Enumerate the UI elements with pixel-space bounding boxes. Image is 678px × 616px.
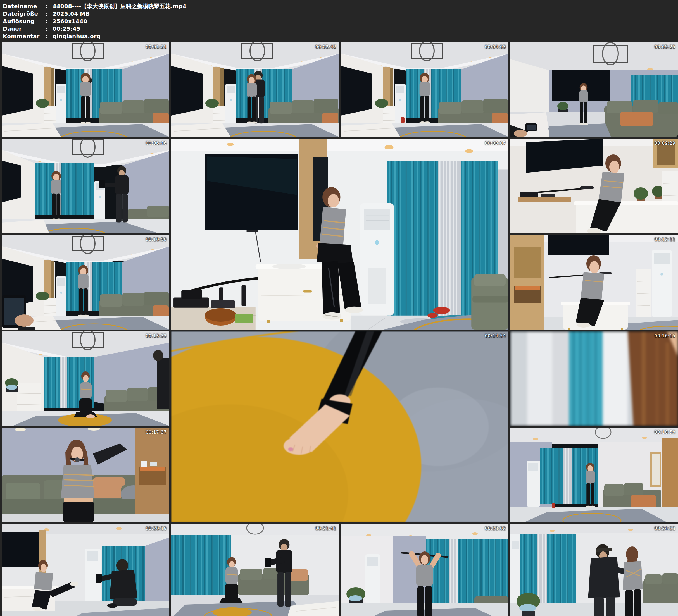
video-frame: 00:23:02	[341, 524, 509, 616]
video-frame: 00:05:25	[511, 42, 678, 137]
frame-image	[171, 524, 339, 616]
frame-image	[511, 332, 678, 426]
frame-timestamp: 00:18:58	[654, 430, 676, 435]
frame-image	[511, 139, 678, 233]
metadata-header: Dateiname : 44008----【李大侠原创】应聘之新模晓琴五花.mp…	[0, 0, 678, 40]
metadata-label: Auflösung	[3, 17, 45, 25]
video-frame: 00:10:50	[2, 235, 169, 330]
video-frame: 00:04:03	[341, 42, 509, 137]
frame-timestamp: 00:08:07	[485, 141, 506, 146]
frame-timestamp: 00:10:50	[146, 237, 167, 242]
frame-timestamp: 00:12:11	[654, 237, 676, 242]
video-frame: 00:20:19	[2, 524, 169, 616]
frame-image	[171, 139, 509, 330]
frame-timestamp: 00:20:19	[146, 526, 167, 531]
metadata-row: Dateigröße : 2025.04 MB	[3, 10, 678, 17]
video-frame: 00:24:23	[511, 524, 678, 616]
frame-image	[2, 524, 169, 616]
video-frame: 00:16:15	[511, 332, 678, 426]
metadata-value: qinglanhua.org	[52, 33, 101, 40]
frame-timestamp: 00:17:37	[146, 430, 167, 435]
metadata-separator: :	[45, 33, 52, 40]
metadata-row: Dauer : 00:25:45	[3, 25, 678, 33]
video-frame: 00:18:58	[511, 428, 678, 522]
frame-image	[2, 139, 169, 233]
frame-timestamp: 00:01:21	[146, 44, 167, 49]
frame-image	[171, 332, 509, 522]
frame-image	[171, 42, 339, 137]
thumbnail-grid: 00:01:21 00:02:42 00:04:03 00:05:25 00:0…	[0, 42, 678, 616]
metadata-row: Kommentar : qinglanhua.org	[3, 33, 678, 40]
metadata-separator: :	[45, 17, 52, 25]
video-frame: 00:14:54	[171, 332, 509, 522]
metadata-value: 2560x1440	[52, 17, 87, 25]
frame-timestamp: 00:21:41	[315, 526, 336, 531]
frame-timestamp: 00:02:42	[315, 44, 336, 49]
metadata-label: Dauer	[3, 25, 45, 33]
frame-timestamp: 00:04:03	[485, 44, 506, 49]
metadata-label: Dateiname	[3, 2, 45, 10]
video-frame: 00:17:37	[2, 428, 169, 522]
frame-image	[341, 524, 509, 616]
frame-timestamp: 00:23:02	[485, 526, 506, 531]
metadata-label: Kommentar	[3, 33, 45, 40]
frame-image	[511, 524, 678, 616]
metadata-separator: :	[45, 25, 52, 33]
frame-image	[2, 332, 169, 426]
metadata-value: 00:25:45	[52, 25, 80, 33]
frame-timestamp: 00:24:23	[654, 526, 676, 531]
video-frame: 00:06:46	[2, 139, 169, 233]
frame-image	[2, 42, 169, 137]
video-frame: 00:08:07	[171, 139, 509, 330]
metadata-value: 44008----【李大侠原创】应聘之新模晓琴五花.mp4	[52, 2, 186, 10]
frame-image	[2, 235, 169, 330]
video-frame: 00:13:33	[2, 332, 169, 426]
video-frame: 00:12:11	[511, 235, 678, 330]
frame-image	[511, 428, 678, 522]
metadata-separator: :	[45, 10, 52, 17]
frame-timestamp: 00:14:54	[485, 334, 506, 339]
video-frame: 00:02:42	[171, 42, 339, 137]
video-frame: 00:01:21	[2, 42, 169, 137]
metadata-row: Dateiname : 44008----【李大侠原创】应聘之新模晓琴五花.mp…	[3, 2, 678, 10]
frame-timestamp: 00:16:15	[654, 334, 676, 339]
frame-image	[341, 42, 509, 137]
metadata-label: Dateigröße	[3, 10, 45, 17]
frame-timestamp: 00:09:29	[654, 141, 676, 146]
frame-image	[511, 42, 678, 137]
video-frame: 00:21:41	[171, 524, 339, 616]
video-frame: 00:09:29	[511, 139, 678, 233]
metadata-value: 2025.04 MB	[52, 10, 90, 17]
metadata-separator: :	[45, 2, 52, 10]
frame-image	[2, 428, 169, 522]
frame-timestamp: 00:05:25	[654, 44, 676, 49]
frame-image	[511, 235, 678, 330]
metadata-row: Auflösung : 2560x1440	[3, 17, 678, 25]
frame-timestamp: 00:06:46	[146, 141, 167, 146]
frame-timestamp: 00:13:33	[146, 334, 167, 339]
